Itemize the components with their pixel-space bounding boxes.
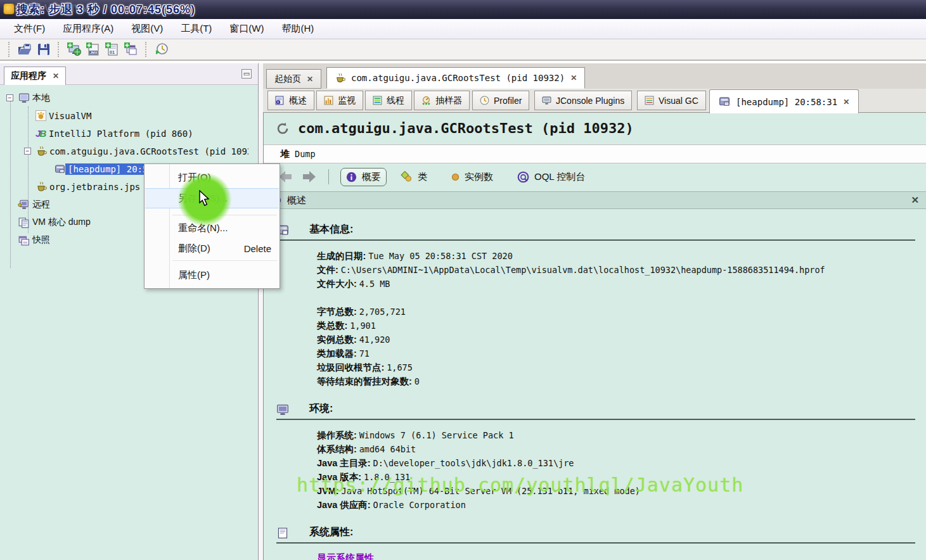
tree-item-visualvm[interactable]: VisualVM (0, 107, 94, 124)
classes-button[interactable]: 类 (395, 169, 432, 186)
tree-item-jetbrains-jps[interactable]: org.jetbrains.jps (0, 178, 143, 195)
add-jmx-connection-icon: JMX (86, 42, 101, 57)
info-row: 体系结构: amd64 64bit (317, 442, 915, 456)
info-value: 1,901 (350, 321, 376, 331)
info-icon (346, 172, 357, 182)
close-icon[interactable]: ✕ (843, 98, 849, 106)
panel-splitter[interactable] (259, 63, 263, 560)
minimize-panel-button[interactable]: ▭ (241, 69, 252, 79)
close-icon[interactable]: ✕ (911, 194, 919, 206)
tree-item-snapshots[interactable]: 快照 (0, 231, 53, 248)
close-icon[interactable]: ✕ (307, 75, 313, 84)
add-jmx-connection-button[interactable]: JMX (84, 41, 103, 58)
window-titlebar: Java VisualVM 搜索: 步退 3 秒 / 00:07:45(56%) (0, 0, 926, 19)
show-system-properties-link[interactable]: 显示系统属性 (317, 552, 374, 560)
tab-heapdump-active[interactable]: [heapdump] 20:58:31 ✕ (709, 89, 859, 113)
add-snapshot-button[interactable] (122, 41, 141, 58)
snapshots-icon (18, 234, 30, 246)
tab-start-page[interactable]: 起始页 ✕ (266, 69, 321, 89)
section-system-properties: 系统属性: 显示系统属性 (276, 526, 915, 560)
tree-item-label: com.atguigu.java.GCRootsTest (pid 10932) (47, 146, 248, 157)
summary-button[interactable]: 概要 (340, 168, 387, 186)
add-vm-coredump-button[interactable]: 01 (103, 41, 122, 58)
menu-applications[interactable]: 应用程序(A) (55, 20, 121, 37)
info-value: Windows 7 (6.1) Service Pack 1 (359, 430, 514, 440)
tab-gcrootstest-label: com.atguigu.java.GCRootsTest (pid 10932) (351, 73, 565, 83)
menu-tools[interactable]: 工具(T) (173, 20, 219, 37)
dump-subtitle-en: Dump (295, 149, 316, 159)
menu-item-delete[interactable]: 删除(D) Delete (145, 239, 279, 258)
add-remote-host-button[interactable] (65, 41, 84, 58)
tree-item-vm-coredump[interactable]: VM 核心 dump (0, 213, 93, 231)
tab-visual-gc[interactable]: Visual GC (637, 91, 706, 110)
visualvm-icon (35, 110, 46, 121)
environment-icon (276, 404, 289, 416)
tab-start-page-label: 起始页 (274, 73, 301, 85)
save-icon (36, 42, 51, 57)
oql-console-button-label: OQL 控制台 (534, 171, 585, 183)
info-row: Java 主目录: D:\developer_tools\jdk\jdk1.8.… (317, 456, 915, 470)
tab-overview[interactable]: i 概述 (267, 91, 314, 110)
tab-applications[interactable]: 应用程序 ✕ (4, 67, 66, 85)
tab-profiler[interactable]: Profiler (472, 91, 529, 110)
close-icon[interactable]: ✕ (570, 73, 577, 82)
collapse-icon[interactable]: − (6, 94, 13, 101)
tab-sampler[interactable]: 抽样器 (414, 91, 470, 110)
load-snapshot-button[interactable] (15, 41, 34, 58)
tree-item-local[interactable]: − 本地 (0, 89, 53, 106)
tab-jconsole-plugins[interactable]: JConsole Plugins (534, 91, 632, 110)
applications-panel: 应用程序 ✕ ▭ − 本地 VisualVM J B IntelliJ P (0, 63, 259, 560)
info-value: 0 (415, 376, 420, 386)
visualvm-app-icon (3, 3, 15, 15)
coredump-icon (18, 217, 30, 228)
tree-item-remote[interactable]: 远程 (0, 196, 53, 213)
profiler-clock-icon (480, 96, 489, 105)
tab-monitor[interactable]: 监视 (316, 91, 363, 110)
menu-help[interactable]: 帮助(H) (274, 20, 321, 37)
java-application-icon (335, 73, 345, 84)
summary-button-label: 概要 (362, 171, 381, 183)
dump-subtitle-zh: 堆 (280, 148, 290, 160)
menu-file[interactable]: 文件(F) (6, 20, 53, 37)
info-label: 操作系统: (317, 430, 357, 440)
history-button[interactable] (152, 41, 171, 58)
info-row: 操作系统: Windows 7 (6.1) Service Pack 1 (317, 428, 915, 442)
instances-icon (451, 173, 460, 181)
collapse-icon[interactable]: − (24, 148, 31, 155)
document-tabbar: 起始页 ✕ com.atguigu.java.GCRootsTest (pid … (263, 63, 926, 89)
info-label: 类加载器: (317, 348, 357, 359)
local-computer-icon (18, 92, 30, 103)
overview-panel-title: 概述 (287, 194, 306, 207)
tab-heapdump-label: [heapdump] 20:58:31 (736, 97, 837, 107)
menu-separator (172, 260, 277, 261)
oql-console-button[interactable]: OQL 控制台 (512, 169, 590, 186)
menu-item-properties[interactable]: 属性(P) (145, 265, 279, 284)
menu-view[interactable]: 视图(V) (124, 20, 170, 37)
tab-sampler-label: 抽样器 (435, 95, 462, 106)
heading-row: com.atguigu.java.GCRootsTest (pid 10932) (275, 120, 634, 136)
info-row: 生成的日期: Tue May 05 20:58:31 CST 2020 (317, 249, 915, 263)
page-title: com.atguigu.java.GCRootsTest (pid 10932) (298, 120, 634, 136)
instances-button[interactable]: 实例数 (446, 169, 498, 186)
info-label: Java 主目录: (317, 458, 371, 468)
tree-item-intellij[interactable]: J B IntelliJ Platform (pid 860) (0, 125, 196, 142)
section-title: 基本信息: (309, 223, 353, 236)
info-row: 类总数: 1,901 (317, 319, 915, 333)
tree-item-gcrootstest[interactable]: − com.atguigu.java.GCRootsTest (pid 1093… (0, 143, 259, 160)
svg-text:JMX: JMX (90, 51, 98, 54)
section-title: 环境: (309, 402, 333, 416)
save-button[interactable] (34, 41, 53, 58)
java-application-icon (35, 146, 47, 157)
tab-gcrootstest[interactable]: com.atguigu.java.GCRootsTest (pid 10932)… (326, 67, 585, 89)
svg-text:01: 01 (110, 50, 115, 54)
section-basic-info: 基本信息: 生成的日期: Tue May 05 20:58:31 CST 202… (276, 223, 915, 388)
tab-applications-label: 应用程序 (11, 70, 46, 82)
toolbar-separator (145, 42, 148, 57)
tree-item-label: 快照 (30, 234, 53, 246)
close-icon[interactable]: ✕ (53, 72, 59, 80)
jconsole-icon (542, 96, 551, 105)
tab-threads[interactable]: 线程 (365, 91, 412, 110)
menu-window[interactable]: 窗口(W) (222, 20, 271, 37)
forward-arrow-icon[interactable] (302, 170, 317, 183)
info-row: 垃圾回收根节点: 1,675 (317, 360, 915, 374)
